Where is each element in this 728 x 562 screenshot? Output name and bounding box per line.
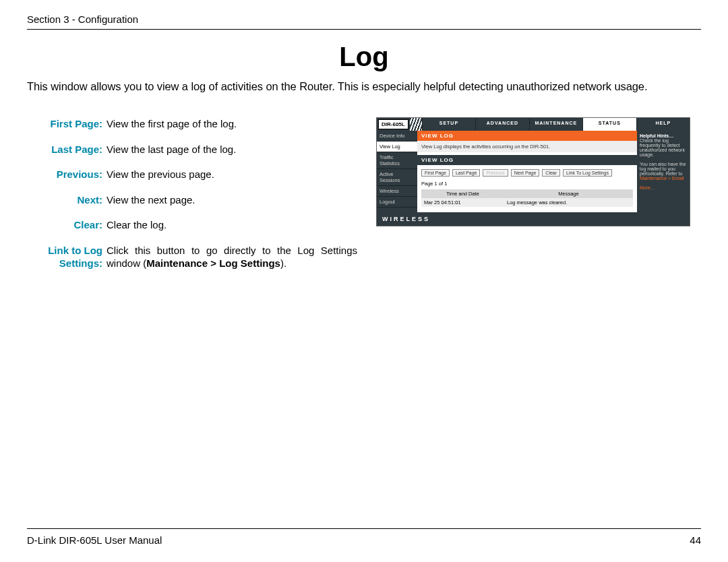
- tab-advanced[interactable]: ADVANCED: [475, 118, 528, 131]
- def-label: Previous:: [42, 168, 107, 181]
- td-message: Log message was cleared.: [504, 198, 633, 207]
- def-first-page: First Page:View the first page of the lo…: [42, 117, 357, 131]
- sidebar-item-device-info[interactable]: Device Info: [377, 131, 417, 142]
- page-info: Page 1 of 1: [417, 181, 637, 189]
- th-time: Time and Date: [421, 189, 504, 198]
- first-page-button[interactable]: First Page: [421, 169, 450, 177]
- tab-setup[interactable]: SETUP: [422, 118, 475, 131]
- main-panel: VIEW LOG View Log displays the activitie…: [417, 131, 637, 212]
- def-text: View the previous page.: [107, 168, 357, 181]
- def-text: Clear the log.: [107, 218, 357, 232]
- tab-help[interactable]: HELP: [636, 118, 690, 131]
- sidebar: Device Info View Log Traffic Statistics …: [377, 131, 417, 212]
- sidebar-item-active-sessions[interactable]: Active Sessions: [377, 169, 417, 186]
- def-last-page: Last Page:View the last page of the log.: [42, 143, 357, 156]
- section-heading: VIEW LOG: [417, 155, 637, 165]
- def-label: Link to Log Settings:: [42, 244, 107, 270]
- button-row: First Page Last Page Previous Next Page …: [417, 165, 637, 181]
- def-text: View the first page of the log.: [107, 117, 357, 131]
- sidebar-item-wireless[interactable]: Wireless: [377, 186, 417, 197]
- def-label: First Page:: [42, 117, 107, 131]
- tab-maintenance[interactable]: MAINTENANCE: [529, 118, 582, 131]
- def-next: Next:View the next page.: [42, 193, 357, 207]
- brand-strip: WIRELESS: [377, 212, 690, 226]
- help-link[interactable]: Maintenance > Email: [640, 176, 684, 181]
- next-page-button[interactable]: Next Page: [511, 169, 540, 177]
- model-label: DIR-605L: [378, 119, 408, 129]
- router-screenshot: DIR-605L SETUP ADVANCED MAINTENANCE STAT…: [376, 117, 690, 226]
- def-text: View the next page.: [107, 193, 357, 207]
- link-to-log-settings-button[interactable]: Link To Log Settings: [563, 169, 612, 177]
- td-time: Mar 25 04:51:01: [421, 198, 504, 207]
- page-title: Log: [27, 42, 701, 72]
- previous-button[interactable]: Previous: [483, 169, 508, 177]
- sidebar-item-view-log[interactable]: View Log: [377, 142, 417, 152]
- table-row: Mar 25 04:51:01 Log message was cleared.: [421, 198, 633, 207]
- last-page-button[interactable]: Last Page: [452, 169, 481, 177]
- def-label: Next:: [42, 193, 107, 207]
- def-text: View the last page of the log.: [107, 143, 357, 156]
- section-header: Section 3 - Configuration: [27, 13, 701, 30]
- footer-left: D-Link DIR-605L User Manual: [27, 534, 162, 546]
- banner-title: VIEW LOG: [417, 131, 637, 141]
- help-title: Helpful Hints…: [640, 133, 673, 138]
- def-link-to-log-settings: Link to Log Settings:Click this button t…: [42, 244, 357, 270]
- clear-button[interactable]: Clear: [542, 169, 560, 177]
- page-footer: D-Link DIR-605L User Manual 44: [27, 528, 701, 546]
- help-more[interactable]: More…: [640, 185, 655, 190]
- top-tabs: SETUP ADVANCED MAINTENANCE STATUS HELP: [422, 118, 690, 131]
- def-label: Clear:: [42, 218, 107, 232]
- help-line1: Check the log frequently to detect unaut…: [640, 138, 685, 157]
- log-table: Time and Date Message Mar 25 04:51:01 Lo…: [421, 189, 633, 207]
- sidebar-item-traffic-statistics[interactable]: Traffic Statistics: [377, 152, 417, 169]
- def-text: Click this button to go directly to the …: [107, 244, 357, 270]
- def-label: Last Page:: [42, 143, 107, 156]
- th-message: Message: [504, 189, 633, 198]
- table-header-row: Time and Date Message: [421, 189, 633, 198]
- stripes-decoration: [410, 118, 422, 131]
- def-clear: Clear:Clear the log.: [42, 218, 357, 232]
- tab-status[interactable]: STATUS: [582, 118, 636, 131]
- help-panel: Helpful Hints… Check the log frequently …: [637, 131, 690, 212]
- help-line2: You can also have the log mailed to you …: [640, 162, 686, 176]
- description-bar: View Log displays the activities occurri…: [417, 141, 637, 152]
- sidebar-item-logout[interactable]: Logout: [377, 197, 417, 208]
- intro-text: This window allows you to view a log of …: [27, 80, 701, 93]
- footer-page-number: 44: [690, 534, 701, 546]
- definitions-list: First Page:View the first page of the lo…: [27, 117, 357, 282]
- def-previous: Previous:View the previous page.: [42, 168, 357, 181]
